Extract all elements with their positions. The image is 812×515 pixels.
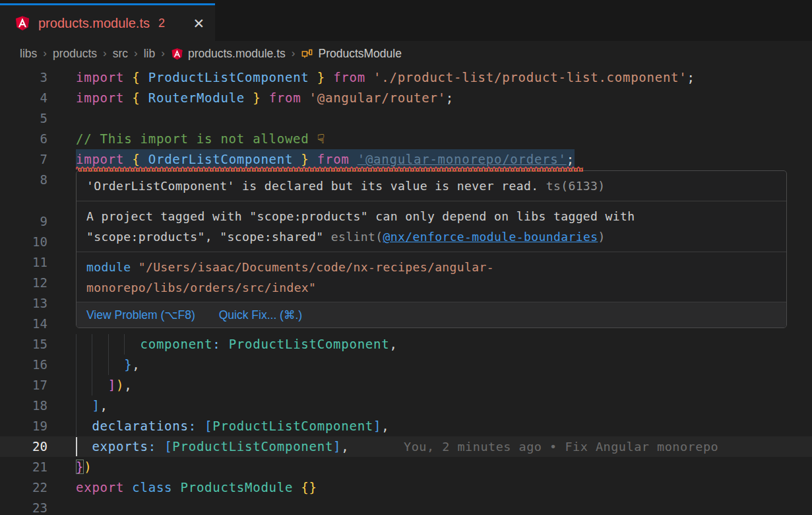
eslint-source-close-paren: ): [598, 230, 605, 244]
code-text: }): [76, 457, 92, 477]
line-number-3: 3: [0, 67, 47, 88]
breadcrumb-label: lib: [144, 47, 156, 61]
eslint-message-line1: A project tagged with "scope:products" c…: [86, 209, 635, 223]
line-number-14: 14: [0, 314, 47, 334]
line-number-6: 6: [0, 129, 47, 149]
quick-fix-button[interactable]: Quick Fix... (⌘.): [219, 308, 302, 322]
code-line-20[interactable]: exports: [ProductListComponent],You, 2 m…: [0, 436, 812, 457]
module-path-line1: "/Users/isaac/Documents/code/nx-recipes/…: [131, 260, 494, 274]
hover-action-bar: View Problem (⌥F8) Quick Fix... (⌘.): [77, 302, 786, 327]
code-text: ],: [76, 395, 108, 416]
breadcrumb-label: libs: [20, 47, 37, 61]
breadcrumb-item-lib[interactable]: lib: [144, 47, 156, 61]
breadcrumb-label: src: [113, 47, 128, 61]
breadcrumb-separator-icon: ›: [292, 47, 296, 60]
code-line-4[interactable]: import { RouterModule } from '@angular/r…: [0, 88, 812, 108]
code-text: import { RouterModule } from '@angular/r…: [76, 88, 454, 108]
tab-title: products.module.ts: [38, 16, 150, 31]
line-number-22: 22: [0, 477, 47, 498]
vscode-window: products.module.ts 2 ✕ libs›products›src…: [0, 0, 812, 515]
line-number-12: 12: [0, 273, 47, 293]
code-line-15[interactable]: component: ProductListComponent,: [0, 334, 812, 355]
view-problem-button[interactable]: View Problem (⌥F8): [86, 308, 195, 322]
angular-icon: [171, 48, 183, 60]
line-number-9: 9: [0, 211, 47, 232]
breadcrumb-separator-icon: ›: [103, 47, 107, 60]
error-squiggle: [76, 166, 583, 172]
symbol-class-icon: [301, 48, 313, 60]
code-text: export class ProductsModule {}: [76, 477, 317, 498]
eslint-source-label: eslint(: [331, 230, 383, 244]
breadcrumb-item-products-module-ts[interactable]: products.module.ts: [171, 47, 286, 61]
code-line-16[interactable]: },: [0, 355, 812, 375]
line-number-19: 19: [0, 416, 47, 436]
breadcrumb-label: products.module.ts: [188, 47, 286, 61]
code-line-21[interactable]: }): [0, 457, 812, 477]
code-line-3[interactable]: import { ProductListComponent } from './…: [0, 67, 812, 88]
text-cursor: [76, 437, 77, 456]
angular-icon: [15, 15, 30, 31]
tab-problem-badge: 2: [158, 17, 165, 30]
code-line-22[interactable]: export class ProductsModule {}: [0, 477, 812, 498]
line-number-8: 8: [0, 170, 47, 190]
line-number-15: 15: [0, 334, 47, 355]
code-line-5[interactable]: [0, 108, 812, 129]
breadcrumb-separator-icon: ›: [43, 47, 47, 60]
line-number-21: 21: [0, 457, 47, 477]
breadcrumb-label: ProductsModule: [318, 47, 401, 61]
line-number-17: 17: [0, 375, 47, 395]
code-line-23[interactable]: [0, 498, 812, 515]
breadcrumb: libs›products›src›lib› products.module.t…: [0, 41, 812, 66]
eslint-rule-link[interactable]: @nx/enforce-module-boundaries: [383, 230, 598, 244]
hover-module-info: module "/Users/isaac/Documents/code/nx-r…: [77, 252, 786, 303]
hover-eslint-diagnostic: A project tagged with "scope:products" c…: [77, 201, 786, 252]
code-line-6[interactable]: // This import is not allowed ☟: [0, 129, 812, 149]
line-number-13: 13: [0, 293, 47, 314]
code-text: import { ProductListComponent } from './…: [76, 67, 695, 88]
code-text: component: ProductListComponent,: [76, 334, 398, 355]
code-line-17[interactable]: ]),: [0, 375, 812, 395]
tab-products-module[interactable]: products.module.ts 2 ✕: [0, 3, 215, 41]
line-number-23: 23: [0, 498, 47, 515]
line-number-10: 10: [0, 232, 47, 252]
tab-close-icon[interactable]: ✕: [193, 17, 204, 30]
active-tab-indicator: [0, 3, 215, 5]
ts-diagnostic-code: ts(6133): [538, 179, 605, 193]
line-number-11: 11: [0, 252, 47, 273]
breadcrumb-label: products: [53, 47, 97, 61]
breadcrumb-item-productsmodule[interactable]: ProductsModule: [301, 47, 401, 61]
line-number-16: 16: [0, 355, 47, 375]
line-number-20: 20: [0, 436, 47, 457]
breadcrumb-item-src[interactable]: src: [113, 47, 128, 61]
code-text: declarations: [ProductListComponent],: [76, 416, 389, 436]
git-blame-annotation: You, 2 minutes ago • Fix Angular monorep…: [404, 436, 718, 457]
line-number-5: 5: [0, 108, 47, 129]
code-text: },: [76, 355, 141, 375]
code-line-18[interactable]: ],: [0, 395, 812, 416]
module-keyword: module: [86, 260, 131, 274]
line-number-18: 18: [0, 395, 47, 416]
eslint-message-line2: "scope:products", "scope:shared": [86, 230, 331, 244]
code-line-19[interactable]: declarations: [ProductListComponent],: [0, 416, 812, 436]
module-path-line2: monorepo/libs/orders/src/index": [86, 281, 316, 294]
code-text: exports: [ProductListComponent],: [76, 436, 350, 457]
line-number-4: 4: [0, 88, 47, 108]
breadcrumb-item-libs[interactable]: libs: [20, 47, 37, 61]
ts-diagnostic-message: 'OrderListComponent' is declared but its…: [86, 179, 538, 193]
tab-bar: products.module.ts 2 ✕: [0, 0, 812, 41]
breadcrumb-item-products[interactable]: products: [53, 47, 97, 61]
hover-popup: 'OrderListComponent' is declared but its…: [76, 170, 787, 328]
breadcrumb-separator-icon: ›: [161, 47, 165, 60]
code-text: // This import is not allowed ☟: [76, 129, 325, 149]
code-line-7[interactable]: import { OrderListComponent } from '@ang…: [0, 149, 812, 170]
breadcrumb-separator-icon: ›: [134, 47, 138, 60]
hover-ts-diagnostic: 'OrderListComponent' is declared but its…: [77, 171, 786, 201]
code-text: ]),: [76, 375, 132, 395]
line-number-7: 7: [0, 149, 47, 170]
